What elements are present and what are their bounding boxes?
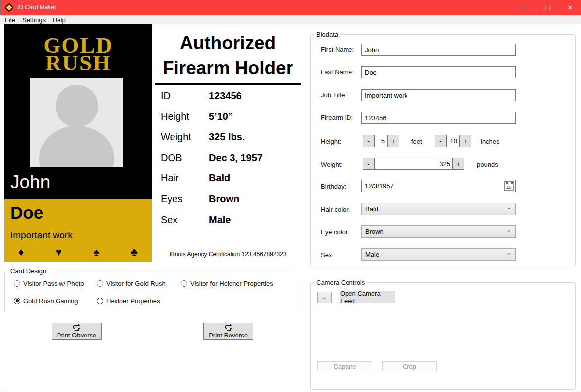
job-title-input[interactable] <box>361 89 516 101</box>
card-design-legend: Card Design <box>8 267 48 275</box>
feet-value-input[interactable] <box>374 135 387 147</box>
maximize-button[interactable]: □ <box>536 0 559 15</box>
photo-placeholder <box>30 78 123 167</box>
card-back-row: DOBDec 3, 1957 <box>152 150 304 171</box>
window-controls: – □ ✕ <box>513 0 581 15</box>
hair-color-label: Hair color: <box>321 206 350 213</box>
inches-value-input[interactable] <box>446 135 460 147</box>
feet-increment-button[interactable]: + <box>387 135 399 147</box>
card-last-name: Doe <box>10 202 43 224</box>
capture-button[interactable]: Capture <box>317 361 372 371</box>
card-back-row: Weight325 lbs. <box>152 129 304 150</box>
camera-controls-group: Camera Controls ⌄ Open Camera Feed Captu… <box>310 282 576 390</box>
pounds-unit-label: pounds <box>477 161 498 168</box>
last-name-label: Last Name: <box>321 68 353 76</box>
chevron-down-icon: ⌄ <box>506 249 511 256</box>
weight-decrement-button[interactable]: - <box>363 158 374 170</box>
radio-circle[interactable] <box>14 280 20 287</box>
app-window: ID Card Maker – □ ✕ File Settings Help G… <box>0 0 581 392</box>
birthday-label: Birthday: <box>321 183 346 190</box>
card-brand: GOLD RUSH <box>4 36 152 72</box>
weight-label: Weight: <box>321 161 343 168</box>
eye-color-label: Eye color: <box>321 228 349 236</box>
print-obverse-button[interactable]: Print Obverse <box>52 323 102 340</box>
menubar: File Settings Help <box>0 15 581 24</box>
card-back-title-line1: Authorized <box>155 30 301 56</box>
card-suit-row: ♦ ♥ ♠ ♣ <box>4 246 152 259</box>
card-back-fields: ID123456 Height5’10” Weight325 lbs. DOBD… <box>152 88 304 232</box>
window-title: ID Card Maker <box>17 0 56 15</box>
inches-decrement-button[interactable]: - <box>435 135 446 147</box>
club-suit-icon: ♣ <box>131 246 138 259</box>
birthday-input[interactable] <box>361 180 516 192</box>
card-back-row: ID123456 <box>152 88 304 109</box>
card-back-row: Height5’10” <box>152 109 304 130</box>
chevron-down-icon: ⌄ <box>322 294 327 301</box>
card-back-title-line2: Firearm Holder <box>155 56 301 81</box>
calendar-icon[interactable]: 15 <box>504 181 514 191</box>
weight-increment-button[interactable]: + <box>453 158 464 170</box>
radio-circle[interactable] <box>97 280 103 287</box>
inches-unit-label: inches <box>481 138 500 145</box>
card-brand-line2: RUSH <box>4 54 152 72</box>
app-diamond-icon <box>4 3 13 12</box>
radio-gold-rush-gaming[interactable]: Gold Rush Gaming <box>14 297 78 305</box>
heart-suit-icon: ♥ <box>56 246 62 259</box>
menu-settings[interactable]: Settings <box>19 16 49 24</box>
card-back-row: SexMale <box>152 212 304 233</box>
card-back-title: Authorized Firearm Holder <box>155 30 301 85</box>
menu-help[interactable]: Help <box>49 16 69 24</box>
firearm-id-input[interactable] <box>361 112 516 124</box>
chevron-down-icon: ⌄ <box>506 204 511 211</box>
eye-color-dropdown[interactable]: Brown⌄ <box>361 225 516 238</box>
silhouette-shoulders <box>39 126 114 167</box>
height-label: Height: <box>321 138 341 145</box>
menu-file[interactable]: File <box>1 16 19 24</box>
first-name-label: First Name: <box>321 46 354 53</box>
print-reverse-button[interactable]: Print Reverse <box>203 323 253 340</box>
diamond-suit-icon: ♦ <box>18 246 24 259</box>
spade-suit-icon: ♠ <box>93 246 99 259</box>
sex-label: Sex: <box>321 251 334 259</box>
radio-circle[interactable] <box>181 280 187 287</box>
card-back-row: HairBald <box>152 170 304 191</box>
radio-visitor-gold-rush[interactable]: Visitor for Gold Rush <box>97 280 166 287</box>
card-preview-back: Authorized Firearm Holder ID123456 Heigh… <box>152 24 304 262</box>
radio-heidner-properties[interactable]: Heidner Properties <box>97 297 160 305</box>
printer-icon <box>73 324 81 331</box>
card-first-name: John <box>10 171 50 193</box>
job-title-label: Job Title: <box>321 91 347 99</box>
card-design-group: Card Design Visitor Pass w/ Photo Visito… <box>4 271 298 312</box>
card-gold-band: Doe Important work ♦ ♥ ♠ ♣ <box>4 199 152 262</box>
last-name-input[interactable] <box>361 66 516 78</box>
silhouette-head <box>56 85 98 127</box>
biodata-legend: Biodata <box>314 31 340 38</box>
card-job-title: Important work <box>10 229 73 241</box>
inches-increment-button[interactable]: + <box>460 135 471 147</box>
feet-unit-label: feet <box>411 138 422 145</box>
radio-visitor-pass-photo[interactable]: Visitor Pass w/ Photo <box>14 280 84 287</box>
open-camera-feed-button[interactable]: Open Camera Feed <box>340 291 395 303</box>
printer-icon <box>225 324 232 331</box>
radio-circle[interactable] <box>97 298 103 304</box>
minimize-button[interactable]: – <box>513 0 536 15</box>
crop-button[interactable]: Crop <box>382 361 437 371</box>
radio-visitor-heidner[interactable]: Visitor for Heidner Properties <box>181 280 273 287</box>
chevron-down-icon: ⌄ <box>506 226 511 233</box>
certification-text: Illinois Agency Certification 123.456789… <box>152 251 304 258</box>
camera-source-dropdown[interactable]: ⌄ <box>317 292 332 303</box>
firearm-id-label: Firearm ID: <box>321 114 353 121</box>
card-back-row: EyesBrown <box>152 191 304 212</box>
weight-value-input[interactable] <box>374 158 453 170</box>
titlebar[interactable]: ID Card Maker – □ ✕ <box>0 0 581 15</box>
feet-decrement-button[interactable]: - <box>363 135 374 147</box>
sex-dropdown[interactable]: Male⌄ <box>361 248 516 261</box>
close-button[interactable]: ✕ <box>559 0 581 15</box>
card-preview-front: GOLD RUSH John Doe Important work ♦ ♥ ♠ … <box>4 24 152 262</box>
hair-color-dropdown[interactable]: Bald⌄ <box>361 203 516 215</box>
radio-circle[interactable] <box>14 298 20 304</box>
camera-controls-legend: Camera Controls <box>314 279 367 286</box>
biodata-group: Biodata First Name: Last Name: Job Title… <box>310 34 576 266</box>
first-name-input[interactable] <box>361 44 516 56</box>
